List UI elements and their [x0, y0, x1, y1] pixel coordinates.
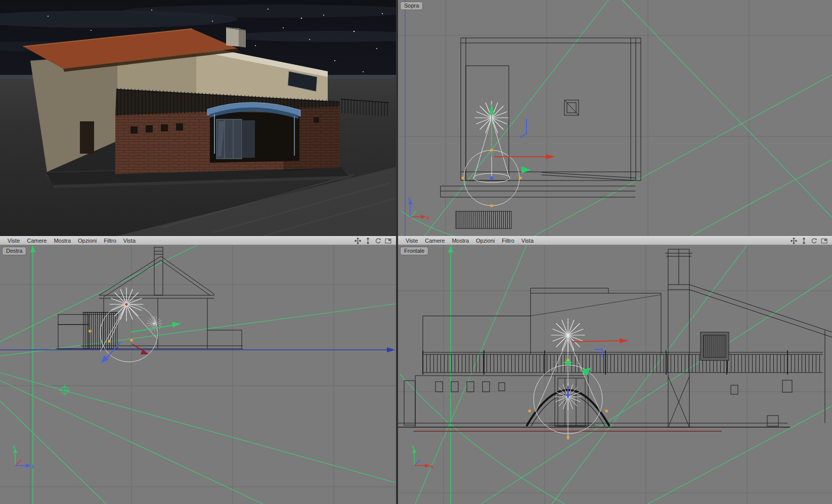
menu-camere[interactable]: Camere [421, 237, 448, 245]
menu-mostra[interactable]: Mostra [50, 237, 74, 245]
viewport-top[interactable]: Sopra [398, 0, 832, 236]
menu-opzioni[interactable]: Opzioni [74, 237, 100, 245]
axis-label-vertical: Y [13, 445, 16, 450]
menu-vista[interactable]: Vista [518, 237, 537, 245]
viewport-right[interactable]: Destra [0, 245, 396, 504]
menu-viste[interactable]: Viste [4, 237, 23, 245]
menu-vista[interactable]: Vista [120, 237, 139, 245]
axis-label-horizontal: X [430, 464, 433, 469]
axis-triad-top: Z X [403, 196, 431, 222]
menu-filtro[interactable]: Filtro [498, 237, 517, 245]
axis-triad-front: Y X [407, 444, 435, 471]
axis-label-vertical: Z [408, 196, 411, 201]
layout-toggle-icon[interactable] [821, 238, 827, 244]
zoom-icon[interactable] [365, 238, 371, 244]
axis-label-horizontal: Z [31, 464, 34, 469]
menu-camere[interactable]: Camere [23, 237, 50, 245]
viewport-label-front: Frontale [401, 247, 428, 255]
right-wireframe-drawing [0, 245, 396, 504]
zoom-icon[interactable] [801, 238, 807, 244]
layout-toggle-icon[interactable] [385, 238, 391, 244]
axis-label-horizontal: X [426, 215, 429, 220]
perspective-render [0, 0, 396, 236]
viewport-menubar-left: Viste Camere Mostra Opzioni Filtro Vista [0, 236, 396, 245]
app-window: Sopra [0, 0, 832, 504]
rotate-icon[interactable] [811, 238, 817, 244]
pan-icon[interactable] [791, 238, 797, 244]
front-wireframe-drawing [398, 245, 832, 504]
rotate-icon[interactable] [375, 238, 381, 244]
menu-viste[interactable]: Viste [402, 237, 421, 245]
menu-mostra[interactable]: Mostra [448, 237, 472, 245]
pan-icon[interactable] [355, 238, 361, 244]
viewport-menubar-right: Viste Camere Mostra Opzioni Filtro Vista [398, 236, 832, 245]
axis-label-vertical: Y [412, 445, 415, 450]
viewport-label-top: Sopra [401, 2, 422, 10]
axis-triad-right: Y Z [8, 444, 36, 471]
viewport-perspective[interactable] [0, 0, 396, 236]
viewport-label-right: Destra [3, 247, 26, 255]
menu-opzioni[interactable]: Opzioni [472, 237, 498, 245]
viewport-front[interactable]: Frontale [398, 245, 832, 504]
menu-filtro[interactable]: Filtro [100, 237, 119, 245]
top-wireframe-drawing [398, 0, 832, 236]
